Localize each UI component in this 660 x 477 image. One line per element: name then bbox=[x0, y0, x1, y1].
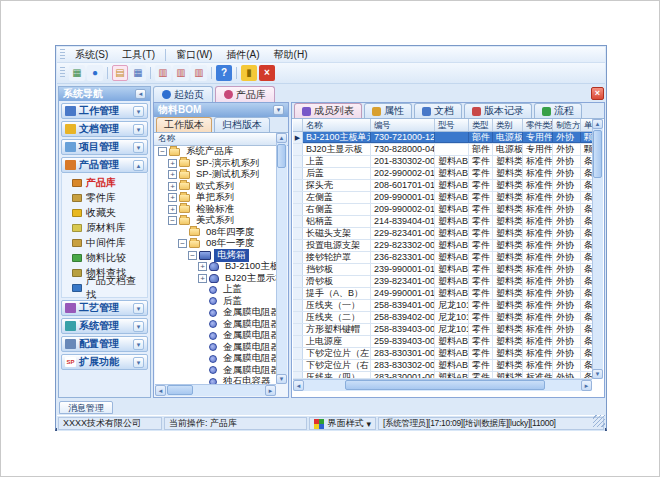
lock-icon[interactable]: ▮ bbox=[241, 65, 257, 81]
table-row[interactable]: 上盖201-830302-00E塑料ABS零件塑料类标准件外协条 bbox=[293, 156, 592, 168]
grid-hscroll-thumb[interactable] bbox=[345, 380, 545, 390]
chevron-down-icon[interactable]: ▾ bbox=[133, 357, 144, 368]
grid-column-header[interactable]: 编号 bbox=[371, 119, 435, 131]
scroll-left-icon[interactable]: ◄ bbox=[155, 385, 166, 396]
expand-icon[interactable]: + bbox=[198, 274, 207, 283]
scroll-right-icon[interactable]: ► bbox=[265, 385, 276, 396]
scroll-down-icon[interactable]: ▼ bbox=[276, 374, 287, 384]
tree-vscroll-thumb[interactable] bbox=[277, 144, 286, 168]
sidebar-group-system-manage[interactable]: 系统管理▾ bbox=[61, 318, 148, 334]
bom-version-tab[interactable]: 工作版本 bbox=[156, 117, 212, 132]
ui-style-dropdown[interactable]: 界面样式 ▾ bbox=[309, 417, 376, 430]
table-row[interactable]: 上电源座259-839403-00E塑料ABS零件塑料类标准件外协条 bbox=[293, 336, 592, 348]
sidebar-group-process-manage[interactable]: 工艺管理▾ bbox=[61, 300, 148, 316]
table-row[interactable]: 左侧盖209-990001-01E塑料ABS零件塑料类标准件外协条 bbox=[293, 192, 592, 204]
report-delete-icon[interactable]: ▥ bbox=[191, 65, 207, 81]
scroll-down-icon[interactable]: ▼ bbox=[592, 369, 603, 379]
sidebar-item[interactable]: 原材料库 bbox=[62, 220, 147, 235]
sidebar-item[interactable]: 中间件库 bbox=[62, 235, 147, 250]
expand-icon[interactable]: + bbox=[168, 193, 177, 202]
member-tab[interactable]: 属性 bbox=[364, 103, 412, 118]
table-row[interactable]: 滑钞板239-823401-00E塑料ABS零件塑料类标准件外协条 bbox=[293, 276, 592, 288]
sidebar-group-document-manage[interactable]: 文档管理▾ bbox=[61, 121, 148, 137]
grid-column-header[interactable]: 制造方式 bbox=[553, 119, 581, 131]
scroll-left-icon[interactable]: ◄ bbox=[293, 380, 304, 391]
chevron-down-icon[interactable]: ▾ bbox=[133, 106, 144, 117]
chevron-down-icon[interactable]: ▾ bbox=[133, 142, 144, 153]
tree-column-header[interactable]: 名称 bbox=[154, 133, 288, 146]
message-manager-tab[interactable]: 消息管理 bbox=[59, 401, 113, 414]
menu-item[interactable]: 插件(A) bbox=[219, 48, 266, 62]
scroll-up-icon[interactable]: ▲ bbox=[592, 119, 603, 129]
desktop-icon[interactable]: ▦ bbox=[69, 65, 85, 81]
collapse-icon[interactable]: − bbox=[188, 251, 197, 260]
sidebar-item[interactable]: 产品库 bbox=[62, 175, 147, 190]
scroll-up-icon[interactable]: ▲ bbox=[276, 133, 287, 143]
menu-item[interactable]: 系统(S) bbox=[68, 48, 115, 62]
grid-column-header[interactable]: 型号 bbox=[435, 119, 469, 131]
expand-icon[interactable]: + bbox=[168, 182, 177, 191]
table-row[interactable]: 铝柄盖214-839404-01E塑料ABS零件塑料类标准件外协条 bbox=[293, 216, 592, 228]
menu-item[interactable]: 帮助(H) bbox=[267, 48, 315, 62]
report-new-icon[interactable]: ▥ bbox=[155, 65, 171, 81]
expand-icon[interactable]: + bbox=[168, 170, 177, 179]
member-tab[interactable]: 流程 bbox=[534, 103, 582, 118]
tree-node[interactable]: +BJ20主显示板 bbox=[155, 273, 276, 285]
table-row[interactable]: 投置电源支架229-823302-00E塑料ABS零件塑料类标准件外协条 bbox=[293, 240, 592, 252]
table-row[interactable]: 长磁头支架229-823401-00E塑料ABS零件塑料类标准件外协条 bbox=[293, 228, 592, 240]
bom-version-tab[interactable]: 归档版本 bbox=[214, 117, 270, 132]
menu-item[interactable]: 工具(T) bbox=[115, 48, 162, 62]
close-icon[interactable]: × bbox=[591, 87, 604, 100]
report-icon[interactable]: ▦ bbox=[130, 65, 146, 81]
sidebar-group-extension[interactable]: SP扩展功能▾ bbox=[61, 354, 148, 370]
member-tab[interactable]: 文档 bbox=[414, 103, 462, 118]
collapse-icon[interactable]: − bbox=[168, 216, 177, 225]
grid-vscroll-thumb[interactable] bbox=[593, 130, 602, 178]
sidebar-item[interactable]: 产品文档查找 bbox=[62, 280, 147, 295]
open-folder-icon[interactable]: ▤ bbox=[112, 65, 128, 81]
member-tab[interactable]: 版本记录 bbox=[464, 103, 532, 118]
scroll-right-icon[interactable]: ► bbox=[581, 380, 592, 391]
doc-tab[interactable]: 产品库 bbox=[215, 86, 275, 102]
table-row[interactable]: ▶BJ-2100主板单元730-721000-12E部件电源板专用件外协颗 bbox=[293, 132, 592, 144]
table-row[interactable]: 挡钞板239-990001-01E塑料ABS零件塑料类标准件外协条 bbox=[293, 264, 592, 276]
grid-column-header[interactable]: 单位 bbox=[581, 119, 592, 131]
tree-node[interactable]: 独石电容器 bbox=[155, 376, 276, 384]
help-icon[interactable]: ? bbox=[216, 65, 232, 81]
table-row[interactable]: 右侧盖209-990002-01E塑料ABS零件塑料类标准件外协条 bbox=[293, 204, 592, 216]
expand-icon[interactable]: + bbox=[198, 262, 207, 271]
member-tab[interactable]: 成员列表 bbox=[294, 103, 362, 118]
collapse-icon[interactable]: − bbox=[178, 239, 187, 248]
chevron-down-icon[interactable]: ▾ bbox=[133, 124, 144, 135]
sidebar-group-product-manage[interactable]: 产品管理▴ bbox=[61, 157, 148, 173]
collapse-icon[interactable]: − bbox=[158, 147, 167, 156]
table-row[interactable]: 提手（A、B）249-990001-01E塑料ABS零件塑料类标准件外协条 bbox=[293, 288, 592, 300]
grid-horizontal-scrollbar[interactable]: ◄ ► bbox=[293, 379, 592, 391]
table-row[interactable]: 压线夹（一）258-839401-00E尼龙1010零件塑料类标准件外协条 bbox=[293, 300, 592, 312]
sidebar-item[interactable]: 收藏夹 bbox=[62, 205, 147, 220]
sidebar-item[interactable]: 物料比较 bbox=[62, 250, 147, 265]
grid-column-header[interactable]: 名称 bbox=[303, 119, 371, 131]
chevron-down-icon[interactable]: ▾ bbox=[133, 303, 144, 314]
pin-icon[interactable]: ▾ bbox=[273, 105, 284, 115]
tree-node[interactable]: 上盖 bbox=[155, 284, 276, 296]
table-row[interactable]: 下钞定位片（左）283-830301-00E塑料ABS零件塑料类标准件外协条 bbox=[293, 348, 592, 360]
grid-column-header[interactable]: 类别 bbox=[493, 119, 523, 131]
sidebar-group-project-manage[interactable]: 项目管理▾ bbox=[61, 139, 148, 155]
table-row[interactable]: 压线夹（二）258-839402-00E尼龙1010零件塑料类标准件外协条 bbox=[293, 312, 592, 324]
sidebar-collapse-button[interactable]: ◂ bbox=[135, 89, 146, 99]
chevron-down-icon[interactable]: ▾ bbox=[133, 339, 144, 350]
sidebar-item[interactable]: 零件库 bbox=[62, 190, 147, 205]
table-row[interactable]: BJ20主显示板730-828000-04E部件电源板专用件外协颗 bbox=[293, 144, 592, 156]
table-row[interactable]: 探头壳208-601701-01E塑料ABS零件塑料类标准件外协条 bbox=[293, 180, 592, 192]
grid-column-header[interactable]: 类型 bbox=[469, 119, 493, 131]
tree-horizontal-scrollbar[interactable]: ◄ ► bbox=[155, 384, 276, 396]
grid-column-header[interactable]: 零件类型 bbox=[523, 119, 553, 131]
expand-icon[interactable]: + bbox=[168, 159, 177, 168]
exit-icon[interactable]: × bbox=[259, 65, 275, 81]
chevron-up-icon[interactable]: ▴ bbox=[133, 160, 144, 171]
table-row[interactable]: 接钞轮护罩236-823301-00E塑料ABS零件塑料类标准件外协条 bbox=[293, 252, 592, 264]
sidebar-group-config-manage[interactable]: 配置管理▾ bbox=[61, 336, 148, 352]
menu-item[interactable]: 窗口(W) bbox=[169, 48, 219, 62]
globe-icon[interactable]: ● bbox=[87, 65, 103, 81]
